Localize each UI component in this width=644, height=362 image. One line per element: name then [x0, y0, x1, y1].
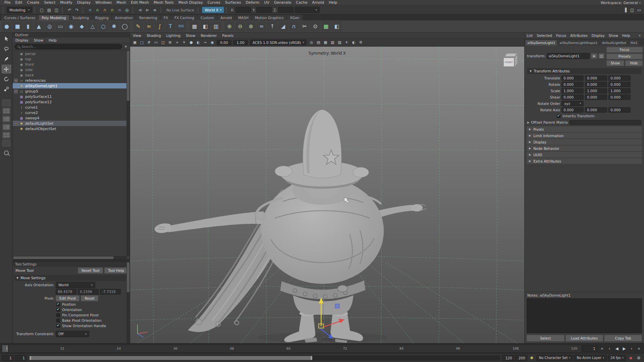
shelf-tab[interactable]: Rigging: [92, 15, 112, 20]
grip-handle[interactable]: [132, 7, 135, 13]
shelf-tab[interactable]: Curves / Surfaces: [1, 15, 38, 20]
playback-end-field[interactable]: 120: [502, 355, 514, 361]
scrollbar-thumb[interactable]: [127, 51, 129, 101]
tool-settings-scrollbar[interactable]: [126, 262, 130, 343]
snap-to-view-plane-icon[interactable]: ∩: [116, 6, 123, 13]
focus-button[interactable]: Focus: [606, 47, 643, 53]
shelf-tab[interactable]: MASH: [235, 15, 252, 20]
shelf-tab[interactable]: FX Caching: [171, 15, 197, 20]
viewport-menu-item[interactable]: Panels: [219, 33, 236, 38]
poly-soccer-ball-icon[interactable]: ◯: [120, 21, 130, 32]
scrollbar-thumb[interactable]: [127, 262, 129, 292]
outliner-row[interactable]: back: [13, 72, 130, 78]
expression-icon[interactable]: ≡: [591, 53, 597, 59]
node-state-icon[interactable]: ◫: [598, 53, 604, 59]
open-scene-icon[interactable]: ▤: [46, 6, 53, 13]
layout-hypershade-button[interactable]: [2, 132, 10, 138]
manipulator-plane-handle[interactable]: [335, 304, 339, 308]
range-slider-bar[interactable]: [30, 356, 312, 360]
ambient-occlusion-icon[interactable]: ◐: [195, 39, 202, 46]
snap-to-grid-icon[interactable]: ∩: [87, 6, 94, 13]
gate-mask-icon[interactable]: ⊞: [167, 39, 173, 46]
edit-pivot-button[interactable]: Edit Pivot: [56, 295, 79, 301]
grip-handle[interactable]: [34, 7, 36, 13]
shadows-icon[interactable]: ●: [188, 39, 195, 46]
shelf-tab[interactable]: Arnold: [217, 15, 235, 20]
x-value-field[interactable]: 0.000: [561, 75, 584, 81]
menu-item[interactable]: Create: [25, 0, 42, 5]
hide-button[interactable]: Hide: [625, 60, 643, 66]
outliner-row[interactable]: persp: [13, 51, 130, 56]
collapsed-section-header[interactable]: ▶ Node Behavior: [527, 145, 642, 151]
wireframe-icon[interactable]: ▦: [322, 39, 329, 46]
resolution-gate-icon[interactable]: ◫: [160, 39, 166, 46]
viewport-menu-item[interactable]: Lighting: [164, 33, 183, 38]
viewport-menu-item[interactable]: View: [130, 33, 144, 38]
layout-two-pane-button[interactable]: [2, 116, 10, 122]
poly-platonic-icon[interactable]: ◆: [77, 21, 87, 32]
collapsed-section-header[interactable]: ▶ UUID: [527, 152, 642, 158]
collapsed-section-header[interactable]: ▶ Display: [527, 139, 642, 145]
redo-icon[interactable]: ↷: [73, 6, 80, 13]
go-to-start-button[interactable]: «: [598, 345, 606, 352]
shelf-tab[interactable]: Custom: [198, 15, 217, 20]
expander-icon[interactable]: [14, 52, 18, 56]
menu-set-selector[interactable]: Modeling ▾: [7, 7, 32, 13]
y-value-field[interactable]: 0.000: [585, 107, 607, 113]
outliner-vertical-scrollbar[interactable]: [126, 50, 130, 256]
x-value-field[interactable]: 1.000: [561, 88, 584, 94]
menu-item[interactable]: File: [2, 0, 13, 5]
select-tool-button[interactable]: [2, 35, 11, 43]
outliner-row[interactable]: aiSkyDomeLight1: [13, 83, 130, 88]
ae-menu-item[interactable]: Display: [590, 33, 607, 38]
menu-item[interactable]: Generate: [272, 0, 293, 5]
snap-to-point-icon[interactable]: ∩: [101, 6, 108, 13]
checkbox[interactable]: [56, 303, 60, 306]
node-tab[interactable]: aiSkyDomeLight1: [525, 40, 557, 46]
inherits-transform-checkbox[interactable]: [557, 114, 560, 118]
grip-handle[interactable]: [160, 7, 162, 13]
gamma-field[interactable]: 1.00: [233, 40, 248, 45]
pin-icon[interactable]: ⌖: [637, 34, 643, 38]
poly-cone-icon[interactable]: ▲: [34, 21, 44, 32]
symmetry-selector[interactable]: World X ▾: [202, 7, 224, 13]
node-tab[interactable]: aiSkyDomeLightShape1: [557, 40, 599, 46]
target-weld-icon[interactable]: ⊙: [310, 21, 320, 32]
grip-handle[interactable]: [3, 7, 5, 13]
outliner-menu-item[interactable]: Help: [46, 38, 59, 43]
outliner-row[interactable]: front: [13, 62, 130, 67]
expander-icon[interactable]: [14, 100, 18, 104]
transform-constraint-selector[interactable]: Off ▾: [56, 331, 89, 337]
tool-settings-title[interactable]: Tool Settings: [13, 262, 130, 267]
rotate-order-selector[interactable]: xyz ▾: [561, 101, 584, 106]
outliner-row[interactable]: polySurface11: [13, 94, 130, 99]
shelf-tab[interactable]: Poly Modeling: [39, 15, 69, 20]
type-tool-icon[interactable]: T: [165, 21, 175, 32]
shaded-icon[interactable]: ▧: [329, 39, 336, 46]
expander-icon[interactable]: [14, 95, 18, 99]
lights-icon[interactable]: ☀: [181, 39, 187, 46]
notes-textarea[interactable]: [527, 298, 642, 333]
isolate-select-icon[interactable]: ◎: [308, 39, 315, 46]
collapsed-section-header[interactable]: ▶ Pivots: [527, 126, 642, 132]
offset-parent-matrix-field[interactable]: [570, 120, 641, 125]
menu-item[interactable]: Cache: [293, 0, 310, 5]
pivot-y-field[interactable]: 0.1556: [78, 289, 99, 295]
shelf-tab[interactable]: FX: [161, 15, 171, 20]
outliner-title[interactable]: Outliner: [13, 33, 130, 38]
exposure-field[interactable]: 0.00: [217, 40, 231, 45]
playback-start-field[interactable]: 1: [15, 355, 27, 361]
quad-draw-icon[interactable]: ▦: [321, 21, 331, 32]
play-forwards-button[interactable]: ▶: [621, 345, 628, 352]
play-backwards-button[interactable]: ◀: [613, 345, 621, 352]
output-connections-icon[interactable]: ⊳: [144, 6, 151, 13]
menu-item[interactable]: Mesh Tools: [151, 0, 176, 5]
textured-icon[interactable]: ▨: [336, 39, 343, 46]
lock-camera-icon[interactable]: ▢: [139, 39, 145, 46]
z-value-field[interactable]: 0.000: [608, 107, 631, 113]
expander-icon[interactable]: [14, 106, 18, 109]
poly-disc-icon[interactable]: ◉: [66, 21, 76, 32]
bevel-icon[interactable]: ◢: [278, 21, 288, 32]
separate-icon[interactable]: ⊖: [235, 21, 245, 32]
expander-icon[interactable]: [14, 68, 18, 72]
